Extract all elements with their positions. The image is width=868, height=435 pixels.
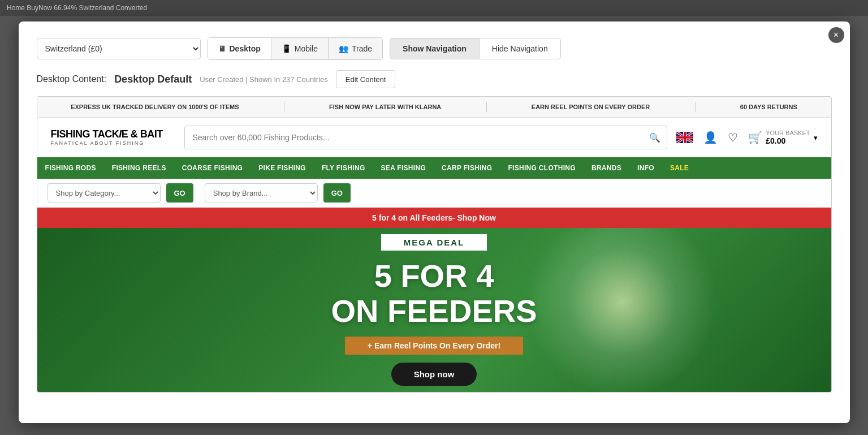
content-label-row: Desktop Content: Desktop Default User Cr… xyxy=(37,70,832,88)
nav-sale[interactable]: SALE xyxy=(662,157,697,179)
ticker-divider-3 xyxy=(695,102,696,112)
ticker-bold-1: EXPRESS UK TRACKED DELIVERY xyxy=(71,104,175,110)
ticker-divider-2 xyxy=(486,102,487,112)
ticker-item-4: 60 DAYS RETURNS xyxy=(740,104,797,110)
header-icons: YOUR BASKET £0.00 ▾ xyxy=(676,130,817,145)
ticker-normal-3: ON EVERY ORDER xyxy=(594,104,650,110)
nav-fishing-clothing[interactable]: FISHING CLOTHING xyxy=(500,157,583,179)
ticker-normal-1: ON 1000'S OF ITEMS xyxy=(178,104,239,110)
logo-area: FISHING TACKIE & BAIT FANATICAL ABOUT FI… xyxy=(51,129,175,146)
ticker-divider-1 xyxy=(284,102,284,112)
nav-coarse-fishing[interactable]: COARSE FISHING xyxy=(174,157,251,179)
user-icon[interactable] xyxy=(703,131,718,144)
ticker-item-1: EXPRESS UK TRACKED DELIVERY ON 1000'S OF… xyxy=(71,104,239,110)
ticker-item-2: FISH NOW PAY LATER WITH KLARNA xyxy=(329,104,441,110)
hero-title: 5 FOR 4 ON FEEDERS xyxy=(331,259,537,328)
modal: × Switzerland (£0) 🖥 Desktop 📱 Mobile 👥 … xyxy=(19,21,850,423)
show-navigation-button[interactable]: Show Navigation xyxy=(390,38,480,59)
desktop-icon: 🖥 xyxy=(218,44,226,53)
trade-icon: 👥 xyxy=(339,44,348,53)
hero-banner: MEGA DEAL 5 FOR 4 ON FEEDERS + Earn Reel… xyxy=(37,228,831,392)
nav-fishing-rods[interactable]: FISHING RODS xyxy=(37,157,104,179)
hero-mega-deal-label: MEGA DEAL xyxy=(381,234,487,251)
view-button-group: 🖥 Desktop 📱 Mobile 👥 Trade xyxy=(208,37,383,60)
search-input[interactable] xyxy=(184,126,668,149)
basket-chevron-icon: ▾ xyxy=(814,133,818,142)
basket-price: £0.00 xyxy=(766,136,810,145)
nav-carp-fishing[interactable]: CARP FISHING xyxy=(434,157,500,179)
basket-icon xyxy=(748,131,762,144)
hero-subtitle: + Earn Reel Points On Every Order! xyxy=(345,337,523,355)
promo-bar[interactable]: 5 for 4 on All Feeders- Shop Now xyxy=(37,208,831,228)
ticker-normal-4: RETURNS xyxy=(767,104,797,110)
ticker-normal-2: WITH KLARNA xyxy=(398,104,442,110)
navigation-button-group: Show Navigation Hide Navigation xyxy=(390,38,561,59)
hero-title-line2: ON FEEDERS xyxy=(331,293,537,329)
ticker-bold-3: EARN REEL POINTS xyxy=(532,104,592,110)
hero-shop-button[interactable]: Shop now xyxy=(391,363,477,386)
hero-title-line1: 5 FOR 4 xyxy=(374,258,494,294)
nav-bar: FISHING RODS FISHING REELS COARSE FISHIN… xyxy=(37,157,831,179)
ticker-bold-2: FISH NOW PAY LATER xyxy=(329,104,396,110)
ticker-bold-4: 60 DAYS xyxy=(740,104,766,110)
search-bar: 🔍 xyxy=(184,126,668,149)
mobile-icon: 📱 xyxy=(282,44,291,53)
shop-by-row: Shop by Category... GO Shop by Brand... … xyxy=(37,179,831,208)
uk-flag-icon xyxy=(676,132,693,143)
mobile-view-button[interactable]: 📱 Mobile xyxy=(271,38,329,59)
site-header: FISHING TACKIE & BAIT FANATICAL ABOUT FI… xyxy=(37,118,831,157)
ticker-item-3: EARN REEL POINTS ON EVERY ORDER xyxy=(532,104,650,110)
basket-info: YOUR BASKET £0.00 xyxy=(766,130,810,145)
nav-brands[interactable]: BRANDS xyxy=(584,157,629,179)
nav-fly-fishing[interactable]: FLY FISHING xyxy=(314,157,373,179)
shop-by-brand-select[interactable]: Shop by Brand... xyxy=(205,183,318,203)
nav-pike-fishing[interactable]: PIKE FISHING xyxy=(251,157,314,179)
trade-view-button[interactable]: 👥 Trade xyxy=(329,38,382,59)
desktop-view-button[interactable]: 🖥 Desktop xyxy=(208,38,271,59)
search-icon: 🔍 xyxy=(649,132,660,143)
content-prefix: Desktop Content: xyxy=(37,74,107,84)
wishlist-icon[interactable] xyxy=(728,131,738,144)
category-go-button[interactable]: GO xyxy=(166,183,193,203)
nav-info[interactable]: INFO xyxy=(629,157,662,179)
preview-frame: EXPRESS UK TRACKED DELIVERY ON 1000'S OF… xyxy=(37,96,832,393)
modal-close-button[interactable]: × xyxy=(828,27,844,43)
nav-sea-fishing[interactable]: SEA FISHING xyxy=(373,157,434,179)
hero-content: MEGA DEAL 5 FOR 4 ON FEEDERS + Earn Reel… xyxy=(331,234,537,385)
ticker-bar: EXPRESS UK TRACKED DELIVERY ON 1000'S OF… xyxy=(37,97,831,118)
basket-label: YOUR BASKET xyxy=(766,130,810,136)
brand-go-button[interactable]: GO xyxy=(323,183,351,203)
edit-content-button[interactable]: Edit Content xyxy=(336,70,396,88)
content-name: Desktop Default xyxy=(114,74,192,85)
logo-main: FISHING TACKIE & BAIT xyxy=(51,129,175,140)
hero-glow xyxy=(526,228,718,392)
hide-navigation-button[interactable]: Hide Navigation xyxy=(480,38,561,59)
content-meta: User Created | Shown In 237 Countries xyxy=(200,75,328,84)
basket-area[interactable]: YOUR BASKET £0.00 ▾ xyxy=(748,130,817,145)
logo-sub: FANATICAL ABOUT FISHING xyxy=(51,140,175,146)
shop-by-category-select[interactable]: Shop by Category... xyxy=(47,183,161,203)
nav-fishing-reels[interactable]: FISHING REELS xyxy=(104,157,174,179)
modal-overlay: × Switzerland (£0) 🖥 Desktop 📱 Mobile 👥 … xyxy=(0,0,868,435)
country-select[interactable]: Switzerland (£0) xyxy=(37,38,201,59)
controls-row: Switzerland (£0) 🖥 Desktop 📱 Mobile 👥 Tr… xyxy=(37,37,832,60)
